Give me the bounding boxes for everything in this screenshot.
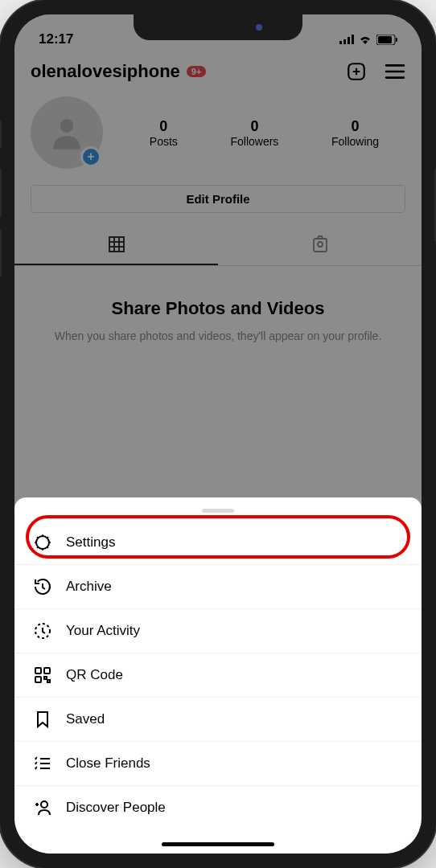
- battery-icon: [376, 35, 397, 45]
- profile-stats: + 0 Posts 0 Followers 0 Following: [14, 88, 422, 181]
- tab-grid[interactable]: [14, 225, 218, 265]
- svg-rect-27: [47, 680, 50, 682]
- create-icon[interactable]: [346, 61, 367, 82]
- notch: [134, 14, 302, 40]
- side-button: [0, 229, 2, 277]
- home-indicator[interactable]: [162, 842, 274, 846]
- tagged-icon: [311, 235, 330, 254]
- svg-rect-26: [44, 677, 47, 679]
- svg-point-20: [318, 242, 323, 247]
- status-time: 12:17: [39, 31, 73, 47]
- svg-rect-5: [378, 36, 392, 43]
- list-icon: [33, 754, 52, 773]
- grid-icon: [107, 235, 126, 254]
- following-stat[interactable]: 0 Following: [331, 118, 379, 148]
- add-person-icon: [33, 798, 52, 817]
- bottom-sheet: Settings Archive Your Activity QR Code S…: [14, 497, 422, 854]
- archive-icon: [33, 577, 52, 596]
- svg-rect-1: [343, 39, 346, 44]
- menu-label: Saved: [66, 711, 105, 727]
- status-icons: [339, 35, 397, 45]
- profile-header: olenalovesiphone 9+: [14, 55, 422, 88]
- menu-label: Your Activity: [66, 623, 140, 639]
- svg-rect-0: [339, 41, 342, 44]
- phone-frame: 12:17 olenalovesiphone 9+: [0, 0, 436, 868]
- avatar[interactable]: +: [31, 96, 103, 169]
- posts-stat[interactable]: 0 Posts: [150, 118, 178, 148]
- profile-tabs: [14, 225, 422, 266]
- svg-rect-2: [348, 37, 350, 44]
- svg-rect-14: [109, 237, 124, 252]
- add-story-icon[interactable]: +: [80, 146, 101, 167]
- menu-settings[interactable]: Settings: [14, 521, 422, 565]
- svg-point-21: [36, 536, 49, 549]
- svg-point-31: [41, 801, 47, 808]
- menu-label: Close Friends: [66, 755, 150, 772]
- svg-rect-25: [35, 677, 41, 682]
- screen: 12:17 olenalovesiphone 9+: [14, 14, 422, 854]
- notification-badge: 9+: [187, 66, 207, 77]
- svg-rect-3: [352, 35, 354, 44]
- username[interactable]: olenalovesiphone: [31, 61, 180, 82]
- menu-activity[interactable]: Your Activity: [14, 609, 422, 653]
- menu-label: Archive: [66, 579, 112, 595]
- qr-icon: [33, 665, 52, 685]
- person-icon: [47, 113, 87, 153]
- menu-close-friends[interactable]: Close Friends: [14, 742, 422, 786]
- wifi-icon: [359, 35, 372, 44]
- menu-label: QR Code: [66, 667, 123, 683]
- menu-saved[interactable]: Saved: [14, 698, 422, 742]
- empty-subtitle: When you share photos and videos, they'l…: [39, 329, 397, 345]
- tab-tagged[interactable]: [218, 225, 422, 265]
- svg-rect-23: [35, 668, 41, 674]
- sheet-handle[interactable]: [202, 509, 234, 513]
- followers-stat[interactable]: 0 Followers: [230, 118, 278, 148]
- menu-archive[interactable]: Archive: [14, 565, 422, 609]
- gear-icon: [33, 533, 52, 552]
- svg-rect-6: [396, 38, 397, 42]
- signal-icon: [339, 35, 354, 44]
- menu-label: Discover People: [66, 800, 166, 816]
- empty-title: Share Photos and Videos: [39, 298, 397, 319]
- activity-icon: [33, 621, 52, 641]
- bookmark-icon: [33, 710, 52, 729]
- menu-label: Settings: [66, 534, 115, 551]
- svg-rect-19: [314, 239, 327, 252]
- menu-qr-code[interactable]: QR Code: [14, 653, 422, 698]
- menu-discover-people[interactable]: Discover People: [14, 786, 422, 829]
- svg-point-13: [60, 119, 74, 133]
- svg-rect-24: [44, 668, 50, 674]
- menu-icon[interactable]: [385, 63, 405, 80]
- side-button: [0, 169, 2, 217]
- side-button: [0, 121, 2, 149]
- edit-profile-button[interactable]: Edit Profile: [31, 185, 405, 213]
- empty-state: Share Photos and Videos When you share p…: [14, 266, 422, 377]
